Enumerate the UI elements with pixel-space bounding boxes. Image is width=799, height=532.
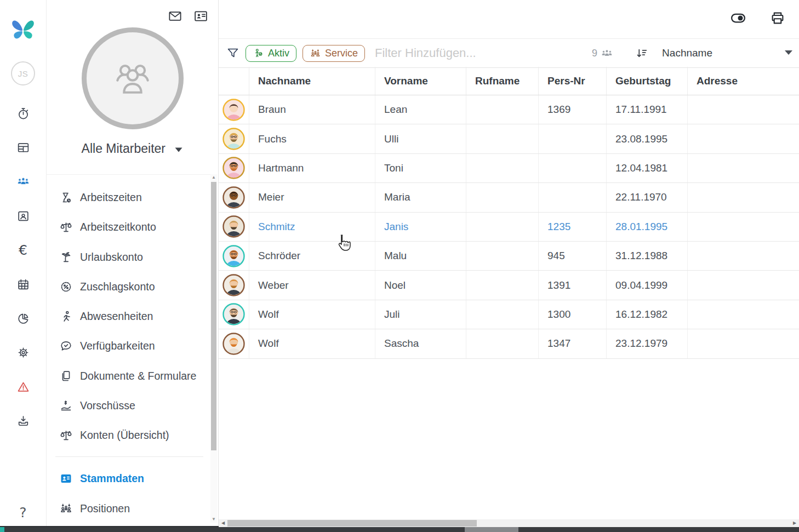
- sidebar-item-verfügbarkeiten[interactable]: Verfügbarkeiten: [47, 331, 211, 361]
- cell-nachname[interactable]: Wolf: [249, 329, 375, 358]
- sidebar-item-dokumente-formulare[interactable]: Dokumente & Formulare: [47, 361, 211, 391]
- header-pers-nr[interactable]: Pers-Nr: [539, 67, 607, 95]
- printer-icon[interactable]: [769, 10, 786, 26]
- cell-adresse: [688, 183, 799, 211]
- table-row[interactable]: WolfSascha134723.12.1979: [219, 329, 799, 358]
- rail-item-euro-icon[interactable]: €: [0, 233, 46, 267]
- cell-avatar: [219, 242, 249, 270]
- employee-avatar: [222, 215, 245, 238]
- people-group-icon: [16, 175, 30, 188]
- header-vorname[interactable]: Vorname: [375, 67, 466, 95]
- scroll-down-icon[interactable]: ▼: [210, 516, 217, 523]
- filter-chip-service[interactable]: Service: [303, 45, 365, 62]
- header-adresse[interactable]: Adresse: [688, 67, 799, 95]
- funnel-icon[interactable]: [226, 47, 239, 60]
- cell-vorname[interactable]: Juli: [375, 300, 466, 329]
- scrollbar-thumb[interactable]: [211, 182, 216, 450]
- sort-field-selector[interactable]: Nachname: [662, 47, 712, 59]
- rail-item-calendar-icon[interactable]: [0, 267, 46, 301]
- sidebar-item-arbeitszeitkonto[interactable]: Arbeitszeitkonto: [47, 212, 211, 242]
- toggle-on-icon[interactable]: [730, 10, 746, 26]
- filter-chip-aktiv[interactable]: Aktiv: [246, 45, 296, 62]
- table-row[interactable]: BraunLean136917.11.1991: [219, 95, 799, 124]
- profile-group-selector[interactable]: Alle Mitarbeiter: [47, 141, 218, 156]
- cell-nachname[interactable]: Hartmann: [249, 154, 375, 182]
- cell-nachname[interactable]: Fuchs: [249, 124, 375, 153]
- cell-nachname[interactable]: Meier: [249, 183, 375, 211]
- rail-item-people-group-icon[interactable]: [0, 165, 46, 199]
- table-row[interactable]: MeierMaria22.11.1970: [219, 183, 799, 212]
- table-row[interactable]: WeberNoel139109.04.1999: [219, 271, 799, 300]
- sidebar-item-zuschlagskonto[interactable]: Zuschlagskonto: [47, 272, 211, 301]
- group-avatar[interactable]: [82, 27, 184, 129]
- rail-item-gear-icon[interactable]: [0, 336, 46, 370]
- sidebar-item-vorschüsse[interactable]: Vorschüsse: [47, 391, 211, 420]
- scrollbar-thumb[interactable]: [227, 520, 477, 527]
- cell-vorname[interactable]: Janis: [375, 213, 466, 241]
- cell-nachname[interactable]: Schröder: [249, 242, 375, 270]
- table-row[interactable]: FuchsUlli23.08.1995: [219, 124, 799, 153]
- sidebar-item-stammdaten[interactable]: Stammdaten: [47, 464, 211, 493]
- rail-item-stopwatch-icon[interactable]: [0, 96, 46, 130]
- question-icon: ?: [19, 506, 26, 519]
- cell-vorname[interactable]: Ulli: [375, 124, 466, 153]
- cell-vorname[interactable]: Maria: [375, 183, 466, 211]
- cell-avatar: [219, 183, 249, 211]
- cell-nachname[interactable]: Schmitz: [249, 213, 375, 241]
- cell-pers-nr: 1300: [539, 300, 607, 329]
- cell-rufname: [466, 183, 539, 211]
- cell-nachname[interactable]: Weber: [249, 271, 375, 299]
- sidebar-item-arbeitszeiten[interactable]: Arbeitszeiten: [47, 182, 211, 212]
- contact-card-icon[interactable]: [193, 9, 208, 24]
- sort-desc-icon[interactable]: [635, 47, 649, 60]
- cell-pers-nr: [539, 154, 607, 182]
- window-bottom-strip: [0, 527, 799, 532]
- rail-item-id-card-icon[interactable]: [0, 199, 46, 233]
- header-rufname[interactable]: Rufname: [466, 67, 539, 95]
- cell-vorname[interactable]: Toni: [375, 154, 466, 182]
- header-geburtstag[interactable]: Geburtstag: [607, 67, 688, 95]
- user-avatar-initials[interactable]: JS: [11, 61, 35, 85]
- sidebar-item-urlaubskonto[interactable]: Urlaubskonto: [47, 242, 211, 272]
- cell-nachname[interactable]: Wolf: [249, 300, 375, 329]
- filter-input[interactable]: [374, 45, 592, 61]
- cell-vorname[interactable]: Malu: [375, 242, 466, 270]
- table-row[interactable]: WolfJuli130016.12.1982: [219, 300, 799, 329]
- sidebar-item-konten-übersicht-[interactable]: Konten (Übersicht): [47, 420, 211, 450]
- rail-item-warning-icon[interactable]: [0, 370, 46, 404]
- sidebar-scrollbar[interactable]: ▲ ▼: [210, 174, 217, 523]
- cell-avatar: [219, 213, 249, 241]
- scroll-left-icon[interactable]: ◀: [220, 519, 226, 527]
- scroll-right-icon[interactable]: ▶: [791, 519, 798, 527]
- table-row[interactable]: HartmannToni12.04.1981: [219, 154, 799, 183]
- sidebar-item-label: Zuschlagskonto: [80, 281, 155, 293]
- sidebar-item-abwesenheiten[interactable]: Abwesenheiten: [47, 301, 211, 331]
- chevron-down-icon[interactable]: [784, 48, 794, 58]
- main-content: Aktiv Service 9 Nachname: [219, 0, 799, 519]
- scroll-up-icon[interactable]: ▲: [210, 174, 217, 181]
- horizontal-scrollbar[interactable]: ◀ ▶: [219, 519, 799, 527]
- sidebar-item-label: Urlaubskonto: [80, 251, 143, 263]
- rail-item-download-icon[interactable]: [0, 404, 46, 438]
- cell-avatar: [219, 271, 249, 299]
- rail-item-pie-chart-icon[interactable]: [0, 301, 46, 335]
- scales-icon: [59, 428, 73, 442]
- cell-rufname: [466, 95, 539, 124]
- sidebar-item-label: Arbeitszeiten: [80, 191, 142, 203]
- download-icon: [16, 414, 30, 428]
- rail-item-table-icon[interactable]: [0, 130, 46, 164]
- cell-vorname[interactable]: Noel: [375, 271, 466, 299]
- help-button[interactable]: ?: [0, 506, 46, 519]
- cell-vorname[interactable]: Lean: [375, 95, 466, 124]
- mail-icon[interactable]: [168, 9, 182, 24]
- table-row[interactable]: SchröderMalu94531.12.1988: [219, 242, 799, 271]
- app-logo-butterfly[interactable]: [9, 15, 37, 44]
- sidebar-item-positionen[interactable]: Positionen: [47, 494, 211, 523]
- id-card-filled-icon: [59, 472, 73, 485]
- cell-geburtstag: 31.12.1988: [607, 242, 688, 270]
- cell-vorname[interactable]: Sascha: [375, 329, 466, 358]
- cell-nachname[interactable]: Braun: [249, 95, 375, 124]
- employee-avatar: [222, 274, 245, 296]
- header-nachname[interactable]: Nachname: [249, 67, 375, 95]
- table-row[interactable]: SchmitzJanis123528.01.1995: [219, 213, 799, 242]
